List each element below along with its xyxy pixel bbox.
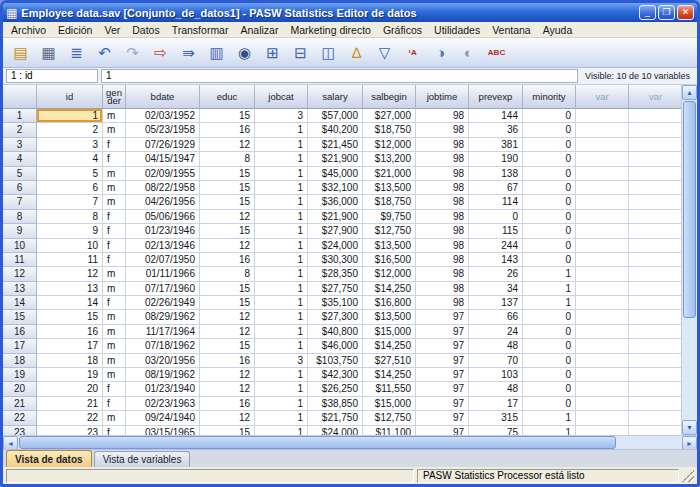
scroll-up-arrow[interactable]: ▲ — [682, 85, 697, 100]
data-cell[interactable]: 1 — [255, 138, 308, 152]
data-cell[interactable]: 26 — [469, 267, 523, 281]
row-header[interactable]: 4 — [3, 152, 37, 166]
data-cell[interactable]: $46,000 — [308, 339, 363, 353]
data-cell[interactable]: 138 — [469, 167, 523, 181]
data-cell[interactable] — [576, 325, 629, 339]
column-header-prevexp[interactable]: prevexp — [469, 85, 523, 109]
column-header-salbegin[interactable]: salbegin — [363, 85, 416, 109]
data-cell[interactable]: 1 — [255, 382, 308, 396]
data-cell[interactable]: m — [103, 282, 126, 296]
data-cell[interactable]: f — [103, 397, 126, 411]
data-cell[interactable]: 1 — [255, 210, 308, 224]
data-cell[interactable]: 22 — [37, 411, 103, 425]
menu-transformar[interactable]: Transformar — [166, 23, 235, 37]
data-cell[interactable]: 0 — [523, 152, 576, 166]
data-cell[interactable]: $27,300 — [308, 310, 363, 324]
data-cell[interactable]: 98 — [416, 167, 469, 181]
data-cell[interactable]: $13,500 — [363, 181, 416, 195]
data-cell[interactable]: 13 — [37, 282, 103, 296]
data-cell[interactable]: 1 — [255, 167, 308, 181]
vertical-scroll-track[interactable] — [682, 319, 697, 420]
data-cell[interactable]: $15,000 — [363, 397, 416, 411]
data-cell[interactable]: 12 — [200, 411, 255, 425]
data-cell[interactable]: 03/20/1956 — [126, 354, 200, 368]
data-cell[interactable]: 1 — [255, 325, 308, 339]
data-cell[interactable] — [576, 253, 629, 267]
column-header-bdate[interactable]: bdate — [126, 85, 200, 109]
data-cell[interactable] — [629, 239, 681, 253]
data-cell[interactable]: 0 — [523, 181, 576, 195]
row-header[interactable]: 21 — [3, 397, 37, 411]
data-cell[interactable]: 02/03/1952 — [126, 109, 200, 123]
data-cell[interactable]: 03/15/1965 — [126, 426, 200, 435]
data-cell[interactable]: 02/26/1949 — [126, 296, 200, 310]
data-cell[interactable] — [629, 152, 681, 166]
data-cell[interactable]: $11,550 — [363, 382, 416, 396]
row-header[interactable]: 7 — [3, 195, 37, 209]
data-cell[interactable]: $24,000 — [308, 426, 363, 435]
menu-edicion[interactable]: Edición — [52, 23, 98, 37]
row-header[interactable]: 22 — [3, 411, 37, 425]
data-cell[interactable]: 98 — [416, 267, 469, 281]
row-header[interactable]: 23 — [3, 426, 37, 435]
data-cell[interactable] — [629, 267, 681, 281]
data-cell[interactable]: 16 — [200, 397, 255, 411]
spell-check-icon[interactable]: ABC — [484, 41, 509, 65]
row-header[interactable]: 18 — [3, 354, 37, 368]
data-cell[interactable]: 15 — [200, 282, 255, 296]
data-cell[interactable]: 1 — [255, 339, 308, 353]
column-header-educ[interactable]: educ — [200, 85, 255, 109]
data-cell[interactable]: 1 — [255, 152, 308, 166]
data-cell[interactable]: 381 — [469, 138, 523, 152]
data-cell[interactable]: 05/23/1958 — [126, 123, 200, 137]
data-cell[interactable]: $103,750 — [308, 354, 363, 368]
data-cell[interactable]: 15 — [200, 224, 255, 238]
data-cell[interactable]: 6 — [37, 181, 103, 195]
data-cell[interactable]: 1 — [255, 368, 308, 382]
data-cell[interactable]: 98 — [416, 253, 469, 267]
menu-datos[interactable]: Datos — [126, 23, 165, 37]
data-cell[interactable]: $12,000 — [363, 267, 416, 281]
print-icon[interactable]: ▦ — [36, 41, 61, 65]
data-cell[interactable]: 01/23/1940 — [126, 382, 200, 396]
data-cell[interactable]: 97 — [416, 339, 469, 353]
data-cell[interactable]: 12 — [200, 325, 255, 339]
row-header[interactable]: 19 — [3, 368, 37, 382]
data-cell[interactable]: $21,900 — [308, 210, 363, 224]
data-cell[interactable] — [576, 282, 629, 296]
minimize-button[interactable]: _ — [639, 5, 656, 20]
data-cell[interactable] — [629, 224, 681, 238]
data-cell[interactable]: f — [103, 210, 126, 224]
row-header[interactable]: 20 — [3, 382, 37, 396]
data-cell[interactable] — [576, 152, 629, 166]
weight-cases-icon[interactable]: ∆ — [344, 41, 369, 65]
data-cell[interactable]: 08/22/1958 — [126, 181, 200, 195]
data-cell[interactable]: f — [103, 152, 126, 166]
data-cell[interactable]: 244 — [469, 239, 523, 253]
data-cell[interactable] — [629, 123, 681, 137]
row-header[interactable]: 17 — [3, 339, 37, 353]
vertical-scrollbar[interactable]: ▲ ▼ — [681, 85, 697, 435]
data-cell[interactable]: 12 — [200, 138, 255, 152]
data-cell[interactable]: 15 — [200, 181, 255, 195]
data-cell[interactable]: m — [103, 339, 126, 353]
data-cell[interactable]: 0 — [523, 224, 576, 238]
variables-icon[interactable]: ▥ — [204, 41, 229, 65]
data-cell[interactable]: $30,300 — [308, 253, 363, 267]
data-cell[interactable]: 15 — [200, 296, 255, 310]
data-cell[interactable]: $27,750 — [308, 282, 363, 296]
data-cell[interactable]: 0 — [523, 368, 576, 382]
row-header[interactable]: 15 — [3, 310, 37, 324]
data-cell[interactable]: $27,000 — [363, 109, 416, 123]
data-cell[interactable]: $13,500 — [363, 239, 416, 253]
row-header[interactable]: 13 — [3, 282, 37, 296]
data-cell[interactable] — [629, 382, 681, 396]
data-cell[interactable]: 143 — [469, 253, 523, 267]
row-header[interactable]: 11 — [3, 253, 37, 267]
scroll-right-arrow[interactable]: ► — [682, 436, 697, 450]
data-cell[interactable] — [576, 123, 629, 137]
data-cell[interactable]: $9,750 — [363, 210, 416, 224]
tab-data-view[interactable]: Vista de datos — [6, 450, 92, 467]
menu-analizar[interactable]: Analizar — [234, 23, 284, 37]
data-cell[interactable]: $16,500 — [363, 253, 416, 267]
